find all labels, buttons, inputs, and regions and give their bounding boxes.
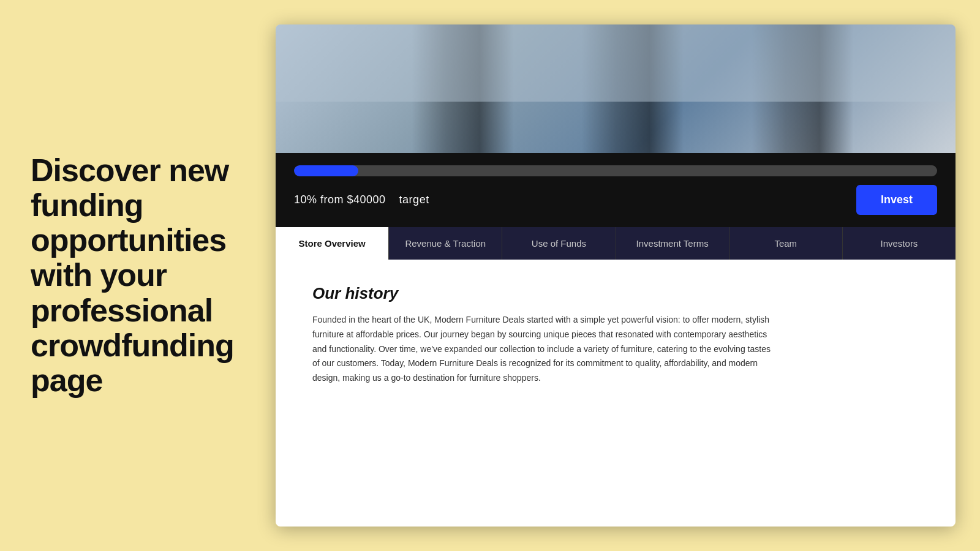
funding-percent-label: 10% from $40000 (294, 193, 386, 206)
tab-investment-terms[interactable]: Investment Terms (616, 227, 729, 260)
funding-text: 10% from $40000 target (294, 193, 429, 206)
funding-info-row: 10% from $40000 target Invest (294, 185, 937, 215)
hero-image (276, 24, 956, 153)
right-panel: 10% from $40000 target Invest Store Over… (276, 24, 956, 527)
tab-investors[interactable]: Investors (843, 227, 956, 260)
left-panel: Discover new funding opportunities with … (0, 116, 276, 435)
content-title: Our history (312, 284, 919, 303)
invest-button[interactable]: Invest (856, 185, 937, 215)
tab-revenue-traction[interactable]: Revenue & Traction (389, 227, 502, 260)
progress-bar-fill (294, 165, 358, 176)
tab-team[interactable]: Team (729, 227, 843, 260)
funding-target-label: target (399, 193, 429, 206)
tab-store-overview[interactable]: Store Overview (276, 227, 389, 260)
progress-bar-container (294, 165, 937, 176)
tabs-row: Store Overview Revenue & Traction Use of… (276, 227, 956, 260)
headline: Discover new funding opportunities with … (31, 153, 245, 398)
content-body: Founded in the heart of the UK, Modern F… (312, 313, 772, 386)
tab-use-of-funds[interactable]: Use of Funds (502, 227, 616, 260)
funding-bar-section: 10% from $40000 target Invest (276, 153, 956, 227)
content-area: Our history Founded in the heart of the … (276, 260, 956, 527)
